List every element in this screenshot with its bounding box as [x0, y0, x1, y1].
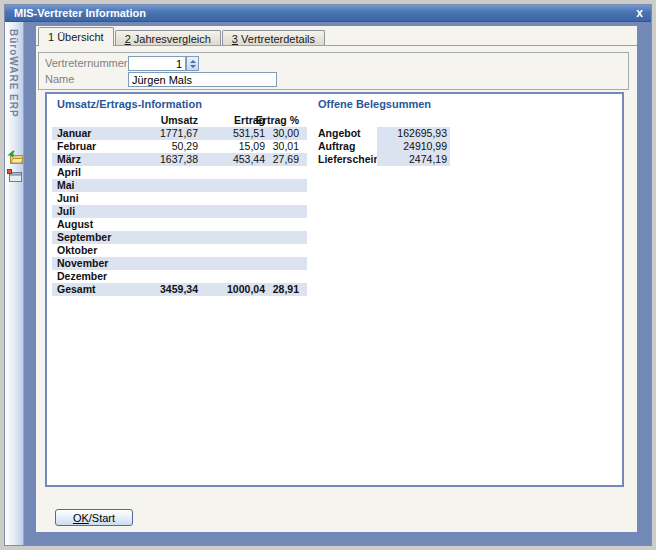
month-label: September — [52, 231, 112, 244]
belege-label: Lieferschein — [318, 153, 377, 166]
open-folder-icon[interactable] — [7, 150, 24, 166]
month-label: Januar — [52, 127, 112, 140]
value-cell: 30,01 — [265, 140, 299, 153]
column-header-ertrag-pct: Ertrag % — [256, 114, 299, 126]
belege-row: Lieferschein2474,19 — [318, 153, 450, 166]
tab-label: Vertreterdetails — [238, 33, 315, 45]
umsatz-table-header: Umsatz Ertrag Ertrag % — [52, 114, 307, 127]
umsatz-row: August — [52, 218, 307, 231]
name-label: Name — [45, 73, 74, 85]
value-cell — [265, 231, 299, 244]
umsatz-row: September — [52, 231, 307, 244]
umsatz-row: Januar1771,67531,5130,00 — [52, 127, 307, 140]
month-label: November — [52, 257, 112, 270]
umsatz-row: November — [52, 257, 307, 270]
value-cell — [198, 218, 265, 231]
belege-value: 162695,93 — [377, 127, 450, 140]
belege-row: Angebot162695,93 — [318, 127, 450, 140]
value-cell — [265, 179, 299, 192]
belege-label: Auftrag — [318, 140, 377, 153]
column-header-umsatz: Umsatz — [161, 114, 198, 126]
value-cell — [112, 257, 198, 270]
titlebar[interactable]: MIS-Vertreter Information x — [5, 5, 651, 22]
close-icon[interactable]: x — [636, 6, 643, 20]
vertreternummer-spinner[interactable] — [186, 56, 199, 71]
umsatz-row: Februar50,2915,0930,01 — [52, 140, 307, 153]
month-label: Februar — [52, 140, 112, 153]
month-label: Juni — [52, 192, 112, 205]
belege-value: 2474,19 — [377, 153, 450, 166]
tab-label: Jahresvergleich — [131, 33, 211, 45]
value-cell — [198, 166, 265, 179]
month-label: Mai — [52, 179, 112, 192]
umsatz-row: April — [52, 166, 307, 179]
value-cell — [198, 205, 265, 218]
umsatz-row: Dezember — [52, 270, 307, 283]
tab-page-uebersicht: 1 Übersicht 2 Jahresvergleich 3 Vertrete… — [36, 26, 637, 532]
value-cell — [198, 244, 265, 257]
value-cell — [112, 244, 198, 257]
window-title: MIS-Vertreter Information — [14, 7, 146, 19]
sidebar: BüroWARE ERP — [5, 22, 24, 545]
window-form-icon[interactable] — [7, 169, 24, 185]
umsatz-row: Gesamt3459,341000,0428,91 — [52, 283, 307, 296]
value-cell — [112, 270, 198, 283]
value-cell — [112, 192, 198, 205]
ok-start-mnemonic: OK — [73, 512, 89, 524]
value-cell: 453,44 — [198, 153, 265, 166]
value-cell — [112, 205, 198, 218]
info-panel: Umsatz/Ertrags-Information Offene Belegs… — [45, 92, 624, 487]
desktop-background: MIS-Vertreter Information x BüroWARE ERP — [0, 0, 656, 550]
value-cell — [265, 218, 299, 231]
belege-section-title: Offene Belegsummen — [318, 98, 431, 110]
value-cell: 50,29 — [112, 140, 198, 153]
value-cell: 1000,04 — [198, 283, 265, 296]
value-cell — [112, 179, 198, 192]
belege-label: Angebot — [318, 127, 377, 140]
value-cell — [198, 192, 265, 205]
value-cell — [265, 244, 299, 257]
tab-label: 1 Übersicht — [48, 31, 104, 43]
name-field[interactable] — [128, 72, 277, 87]
value-cell — [198, 257, 265, 270]
value-cell: 15,09 — [198, 140, 265, 153]
tab-uebersicht[interactable]: 1 Übersicht — [38, 27, 114, 46]
value-cell — [265, 192, 299, 205]
tab-panel-border — [36, 45, 637, 46]
belege-value: 24910,99 — [377, 140, 450, 153]
vertreter-form: Vertreternummer Name — [38, 52, 629, 90]
umsatz-row: Oktober — [52, 244, 307, 257]
ok-start-button[interactable]: OK/Start — [55, 509, 133, 526]
tab-vertreterdetails[interactable]: 3 Vertreterdetails — [222, 30, 325, 46]
value-cell — [265, 257, 299, 270]
belege-row: Auftrag24910,99 — [318, 140, 450, 153]
month-label: Gesamt — [52, 283, 112, 296]
value-cell: 27,69 — [265, 153, 299, 166]
value-cell: 1637,38 — [112, 153, 198, 166]
month-label: Juli — [52, 205, 112, 218]
value-cell: 30,00 — [265, 127, 299, 140]
value-cell: 1771,67 — [112, 127, 198, 140]
brand-label: BüroWARE ERP — [8, 29, 19, 118]
tab-jahresvergleich[interactable]: 2 Jahresvergleich — [115, 30, 221, 46]
vertreternummer-label: Vertreternummer — [45, 57, 128, 69]
tab-bar: 1 Übersicht 2 Jahresvergleich 3 Vertrete… — [38, 27, 326, 46]
month-label: April — [52, 166, 112, 179]
month-label: Oktober — [52, 244, 112, 257]
spin-up-icon[interactable] — [190, 60, 196, 63]
vertreternummer-field[interactable] — [128, 56, 186, 71]
umsatz-row: Juni — [52, 192, 307, 205]
umsatz-row: Mai — [52, 179, 307, 192]
value-cell — [112, 231, 198, 244]
spin-down-icon[interactable] — [190, 65, 196, 68]
umsatz-section-title: Umsatz/Ertrags-Information — [57, 98, 202, 110]
value-cell — [265, 270, 299, 283]
month-label: Dezember — [52, 270, 112, 283]
value-cell — [198, 231, 265, 244]
value-cell — [265, 205, 299, 218]
value-cell — [112, 218, 198, 231]
month-label: März — [52, 153, 112, 166]
month-label: August — [52, 218, 112, 231]
belege-table-body: Angebot162695,93Auftrag24910,99Liefersch… — [318, 127, 450, 166]
value-cell: 531,51 — [198, 127, 265, 140]
